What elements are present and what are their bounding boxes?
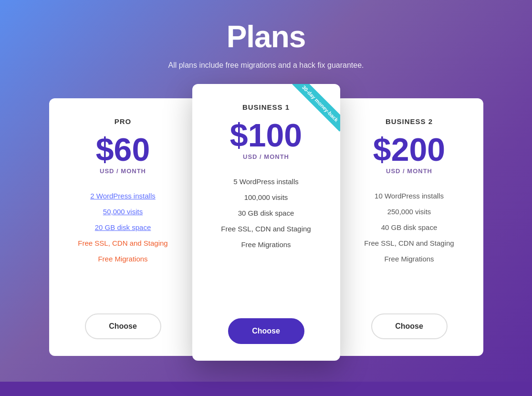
plan-period-business1: USD / MONTH — [243, 153, 289, 160]
plan-features-pro: 2 WordPress installs 50,000 visits 20 GB… — [63, 188, 183, 299]
choose-button-pro[interactable]: Choose — [85, 313, 161, 339]
feature-pro-2: 20 GB disk space — [63, 219, 183, 235]
plan-price-pro: $60 — [96, 133, 150, 166]
feature-pro-3: Free SSL, CDN and Staging — [63, 235, 183, 251]
choose-button-business2[interactable]: Choose — [371, 313, 448, 339]
feature-pro-4: Free Migrations — [63, 251, 183, 267]
feature-b1-3: Free SSL, CDN and Staging — [207, 221, 326, 237]
plan-features-business1: 5 WordPress installs 100,000 visits 30 G… — [207, 174, 326, 304]
plan-name-pro: PRO — [115, 117, 132, 125]
plan-card-business1: 30-day money-back BUSINESS 1 $100 USD / … — [192, 84, 340, 361]
ribbon: 30-day money-back — [278, 84, 340, 146]
bottom-bar — [0, 382, 532, 396]
feature-b1-2: 30 GB disk space — [207, 205, 326, 221]
feature-b1-4: Free Migrations — [207, 237, 326, 252]
feature-b1-0: 5 WordPress installs — [207, 174, 326, 189]
feature-pro-1: 50,000 visits — [63, 204, 183, 219]
header-section: Plans All plans include free migrations … — [0, 0, 532, 84]
feature-b2-4: Free Migrations — [350, 251, 469, 267]
plan-card-pro: PRO $60 USD / MONTH 2 WordPress installs… — [49, 98, 197, 356]
page-wrapper: Plans All plans include free migrations … — [0, 0, 532, 396]
feature-b2-0: 10 WordPress installs — [350, 188, 469, 204]
feature-pro-0: 2 WordPress installs — [63, 188, 183, 204]
plans-section: PRO $60 USD / MONTH 2 WordPress installs… — [0, 84, 532, 382]
plan-price-business2: $200 — [373, 133, 445, 166]
page-title: Plans — [10, 19, 522, 54]
plan-period-business2: USD / MONTH — [386, 167, 432, 175]
page-subtitle: All plans include free migrations and a … — [10, 61, 522, 70]
choose-button-business1[interactable]: Choose — [228, 318, 304, 344]
feature-b2-2: 40 GB disk space — [350, 219, 469, 235]
feature-b1-1: 100,000 visits — [207, 189, 326, 205]
plan-name-business2: BUSINESS 2 — [386, 117, 433, 125]
plan-card-business2: BUSINESS 2 $200 USD / MONTH 10 WordPress… — [335, 98, 483, 356]
feature-b2-1: 250,000 visits — [350, 204, 469, 219]
plan-period-pro: USD / MONTH — [100, 167, 146, 175]
ribbon-text: 30-day money-back — [292, 84, 340, 132]
feature-b2-3: Free SSL, CDN and Staging — [350, 235, 469, 251]
plan-features-business2: 10 WordPress installs 250,000 visits 40 … — [350, 188, 469, 299]
